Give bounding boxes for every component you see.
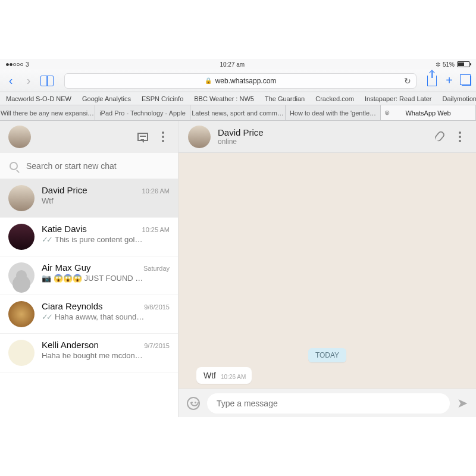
ipad-status-bar: 3 10:27 am ✲ 51% [0, 59, 476, 70]
menu-icon[interactable] [156, 130, 170, 143]
message-input[interactable] [207, 393, 450, 414]
contact-name: David Price [218, 127, 426, 137]
message-text: Wtf [203, 371, 216, 380]
avatar [8, 224, 35, 250]
signal-icon [6, 63, 23, 66]
chat-list-item[interactable]: Air Max GuySaturday 📷😱😱😱 JUST FOUND … [0, 256, 178, 295]
read-ticks-icon: ✓✓ [42, 312, 51, 321]
sidebar-header [0, 121, 178, 153]
read-ticks-icon: ✓✓ [42, 235, 51, 244]
chat-list-pane: David Price10:26 AM Wtf Katie Davis10:25… [0, 121, 178, 417]
chat-name: Kelli Anderson [42, 340, 99, 350]
bookmark-item[interactable]: The Guardian [265, 95, 305, 102]
my-avatar[interactable] [8, 126, 31, 148]
browser-tab[interactable]: Will there be any new expansi… [0, 105, 95, 120]
conversation-header: David Price online [178, 121, 476, 153]
forward-button[interactable]: › [23, 74, 35, 87]
conversation-pane: David Price online TODAY Wtf 10:26 AM ➤ [178, 121, 476, 417]
avatar [8, 301, 35, 327]
day-divider: TODAY [308, 348, 346, 362]
search-icon [10, 162, 18, 170]
bookmarks-bar: Macworld S-O-D NEW Google Analytics ESPN… [0, 92, 476, 105]
messages-area: TODAY Wtf 10:26 AM [178, 153, 476, 389]
chat-time: Saturday [143, 265, 170, 272]
bookmark-item[interactable]: Cracked.com [315, 95, 354, 102]
battery-pct: 51% [443, 61, 455, 68]
chat-name: Katie Davis [42, 224, 87, 234]
bookmark-item[interactable]: Google Analytics [82, 95, 131, 102]
avatar [8, 185, 35, 211]
bookmark-item[interactable]: Macworld S-O-D NEW [6, 95, 71, 102]
url-host: web.whatsapp.com [215, 77, 277, 85]
chat-preview: ✓✓This is pure content gol… [42, 235, 170, 244]
chat-time: 10:25 AM [142, 226, 170, 233]
contact-status: online [218, 137, 426, 146]
chat-list: David Price10:26 AM Wtf Katie Davis10:25… [0, 179, 178, 417]
bluetooth-icon: ✲ [436, 61, 440, 68]
chat-list-item[interactable]: Katie Davis10:25 AM ✓✓This is pure conte… [0, 218, 178, 256]
clock-label: 10:27 am [220, 61, 245, 68]
address-bar[interactable]: 🔒 web.whatsapp.com ↻ [64, 73, 416, 89]
bookmark-item[interactable]: Dailymotion [443, 95, 476, 102]
send-icon[interactable]: ➤ [457, 396, 468, 411]
carrier-label: 3 [26, 61, 29, 68]
avatar [8, 340, 35, 366]
avatar [8, 262, 35, 289]
bookmark-item[interactable]: ESPN Cricinfo [142, 95, 183, 102]
tabs-icon[interactable] [462, 76, 471, 86]
chat-time: 10:26 AM [142, 187, 170, 195]
browser-tab[interactable]: How to deal with the 'gentle… [286, 105, 381, 120]
reload-icon[interactable]: ↻ [404, 76, 411, 86]
battery-icon [457, 61, 470, 67]
message-time: 10:26 AM [221, 374, 246, 380]
composer: ➤ [178, 389, 476, 417]
share-icon[interactable] [427, 76, 437, 86]
browser-tab-active[interactable]: ⊗WhatsApp Web [381, 105, 476, 120]
chat-list-item[interactable]: David Price10:26 AM Wtf [0, 179, 178, 218]
bookmark-item[interactable]: BBC Weather : NW5 [194, 95, 254, 102]
chat-name: Ciara Reynolds [42, 301, 103, 311]
browser-tab[interactable]: Latest news, sport and comm… [190, 105, 286, 120]
attach-icon[interactable] [433, 130, 446, 143]
contact-avatar[interactable] [188, 126, 211, 148]
chat-list-item[interactable]: Kelli Anderson9/7/2015 Haha he bought me… [0, 334, 178, 372]
chat-preview: 📷😱😱😱 JUST FOUND … [42, 274, 170, 283]
new-chat-icon[interactable] [136, 130, 149, 143]
bookmarks-icon[interactable] [40, 76, 54, 86]
chat-name: Air Max Guy [42, 262, 91, 273]
message-bubble[interactable]: Wtf 10:26 AM [196, 367, 252, 384]
bookmark-item[interactable]: Instapaper: Read Later [365, 95, 432, 102]
new-tab-button[interactable]: + [443, 74, 456, 87]
chat-name: David Price [42, 185, 87, 195]
chat-time: 9/7/2015 [144, 342, 170, 349]
browser-tab[interactable]: iPad Pro - Technology - Apple [95, 105, 190, 120]
browser-tabs: Will there be any new expansi… iPad Pro … [0, 105, 476, 121]
chat-preview: Wtf [42, 196, 170, 205]
lock-icon: 🔒 [205, 77, 212, 84]
conversation-menu-icon[interactable] [453, 130, 466, 143]
safari-toolbar: ‹ › 🔒 web.whatsapp.com ↻ + [0, 70, 476, 92]
whatsapp-app: David Price10:26 AM Wtf Katie Davis10:25… [0, 121, 476, 417]
chat-preview: Haha he bought me mcdon… [42, 351, 170, 360]
chat-time: 9/8/2015 [144, 303, 170, 311]
emoji-icon[interactable] [187, 397, 200, 410]
camera-icon: 📷 [42, 274, 51, 283]
back-button[interactable]: ‹ [5, 74, 17, 87]
close-icon[interactable]: ⊗ [384, 109, 390, 117]
search-box[interactable] [0, 153, 178, 179]
search-input[interactable] [26, 161, 168, 171]
chat-list-item[interactable]: Ciara Reynolds9/8/2015 ✓✓Haha awww, that… [0, 295, 178, 334]
chat-preview: ✓✓Haha awww, that sound… [42, 312, 170, 321]
